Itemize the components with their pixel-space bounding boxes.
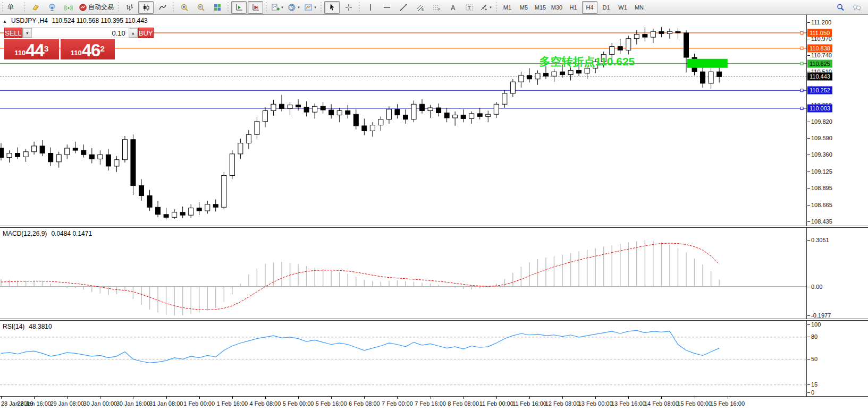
candle [453, 115, 458, 118]
rsi-tick: 15 [811, 381, 818, 388]
time-label: 11 Feb 16:00 [512, 400, 546, 407]
periods-button[interactable]: ▾ [286, 1, 301, 14]
timeframe-m5[interactable]: M5 [516, 1, 532, 14]
chat-button[interactable] [849, 1, 864, 14]
timeframe-d1[interactable]: D1 [599, 1, 614, 14]
candle [543, 73, 548, 76]
timeframe-h1[interactable]: H1 [566, 1, 581, 14]
time-tick [67, 397, 68, 399]
rsi-axis[interactable]: 1008050150 [806, 321, 868, 396]
zoom-out-button[interactable] [193, 1, 208, 14]
collapse-panel-icon[interactable] [3, 17, 7, 24]
toolbar-button-label: W1 [618, 4, 627, 11]
buy-button[interactable]: BUY [138, 28, 154, 38]
annotation-text[interactable]: 多空转折点110.625 [540, 55, 635, 68]
tile-windows-icon [213, 3, 222, 12]
candle [428, 108, 433, 110]
market-book-button[interactable] [28, 1, 43, 14]
signals-button[interactable] [61, 1, 76, 14]
dropdown-caret-icon[interactable]: ▾ [490, 5, 492, 10]
tile-windows-button[interactable] [209, 1, 225, 14]
arrows-icon [479, 3, 488, 12]
dropdown-caret-icon[interactable]: ▾ [314, 5, 316, 10]
line-chart-button[interactable] [155, 1, 170, 14]
timeframe-m15[interactable]: M15 [533, 1, 548, 14]
dropdown-caret-icon[interactable]: ▾ [281, 5, 283, 10]
candle [560, 72, 565, 74]
dropdown-caret-icon[interactable]: ▾ [298, 5, 300, 10]
candle [73, 148, 78, 150]
trend-line-button[interactable] [395, 1, 411, 14]
candle [610, 47, 614, 55]
sell-button[interactable]: SELL [4, 28, 22, 38]
time-tick [133, 397, 133, 399]
price-chart-plot[interactable]: 多空转折点110.625 [0, 15, 806, 226]
auto-trading-button[interactable]: 自动交易 [77, 1, 115, 14]
candle [156, 207, 161, 215]
vertical-line-button[interactable] [363, 1, 378, 14]
rsi-plot[interactable] [0, 321, 806, 396]
candle [32, 146, 37, 152]
bar-chart-button[interactable] [122, 1, 137, 14]
toolbar-separator [23, 2, 26, 13]
timeframe-h4[interactable]: H4 [582, 1, 597, 14]
level-line-handle [800, 31, 803, 34]
macd-axis[interactable]: 0.30510.00-0.1977 [806, 228, 868, 319]
candle [313, 106, 317, 112]
market-book-icon [31, 3, 40, 12]
candle [378, 119, 383, 125]
arrows-button[interactable]: ▾ [478, 1, 493, 14]
text-label-button[interactable]: T [461, 1, 477, 14]
equidistant-channel-button[interactable]: E [412, 1, 427, 14]
search-button[interactable] [832, 1, 848, 14]
templates-button[interactable]: ▾ [302, 1, 318, 14]
timeframe-mn[interactable]: MN [631, 1, 647, 14]
candle [676, 31, 680, 33]
sell-price-display[interactable]: 110443 [4, 39, 59, 59]
autotrade-icon [79, 3, 87, 12]
indicators-button[interactable]: ▾ [269, 1, 285, 14]
time-tick [298, 397, 299, 399]
timeframe-m1[interactable]: M1 [500, 1, 515, 14]
time-label: 28 Jan 16:00 [17, 400, 51, 407]
highlight-box[interactable] [687, 59, 728, 68]
candle [461, 115, 466, 119]
time-label: 15 Feb 00:00 [677, 400, 712, 407]
one-click-trading-panel: SELL ▼ ▲ BUY 110443 110462 [4, 28, 115, 59]
price-level-label: 110.625 [807, 59, 832, 67]
candle [56, 155, 61, 162]
volume-increase-button[interactable]: ▲ [129, 28, 138, 38]
publisher-button[interactable] [44, 1, 60, 14]
candle [436, 108, 441, 113]
time-axis[interactable]: 28 Jan 201928 Jan 16:0029 Jan 08:0030 Ja… [0, 396, 868, 411]
macd-plot[interactable] [0, 228, 806, 319]
time-label: 7 Feb 16:00 [415, 400, 446, 407]
horizontal-line-button[interactable] [379, 1, 394, 14]
cursor-button[interactable] [324, 1, 340, 14]
zoom-out-icon [197, 3, 205, 12]
candle [709, 72, 713, 83]
fibonacci-button[interactable]: F [428, 1, 444, 14]
candle [238, 143, 243, 154]
macd-title: MACD(12,26,9) [3, 230, 47, 237]
crosshair-button[interactable] [341, 1, 356, 14]
candle [568, 70, 573, 74]
buy-price-display[interactable]: 110462 [61, 39, 115, 59]
auto-scroll-button[interactable] [231, 1, 247, 14]
text-button[interactable]: A [445, 1, 460, 14]
macd-signal-line [1, 243, 719, 310]
chart-shift-button[interactable] [248, 1, 263, 14]
timeframe-m30[interactable]: M30 [549, 1, 564, 14]
timeframe-w1[interactable]: W1 [615, 1, 630, 14]
zoom-in-icon [180, 3, 189, 12]
zoom-in-button[interactable] [176, 1, 192, 14]
new-order-button[interactable]: 单 [6, 1, 21, 14]
volume-input[interactable] [32, 28, 129, 38]
candle [519, 75, 524, 82]
price-tick: 109.360 [811, 151, 832, 158]
macd-header: MACD(12,26,9) 0.0484 0.1471 [3, 230, 92, 237]
candle [535, 73, 540, 79]
candle-chart-button[interactable] [138, 1, 154, 14]
price-level-label: 111.050 [807, 29, 832, 37]
volume-decrease-button[interactable]: ▼ [23, 28, 32, 38]
